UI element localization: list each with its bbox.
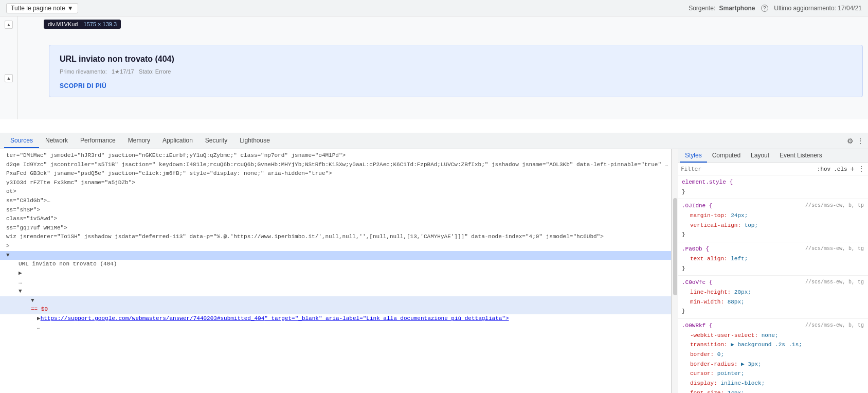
devtools-panel: Sources Network Performance Memory Appli…: [0, 133, 868, 393]
dom-line[interactable]: ▶…: [0, 269, 671, 287]
preview-left-bar: ▲ ▲: [0, 16, 18, 119]
more-icon[interactable]: ⋮: [857, 137, 864, 145]
dom-line[interactable]: ▼ == $0: [0, 296, 671, 314]
card-404-link[interactable]: SCOPRI DI PIÙ: [60, 82, 106, 90]
dom-line[interactable]: ter="DMtMwc" jsmodel="hJR3rd" jsaction="…: [0, 151, 671, 160]
style-prop[interactable]: font-size: 14px;: [682, 388, 864, 393]
dom-line[interactable]: ▼: [0, 287, 671, 296]
dom-line[interactable]: y3IO3d rFZTte Fx3kmc" jsname="a5jDZb">: [0, 178, 671, 188]
card-404-date: 1★17/17: [112, 68, 134, 75]
style-prop[interactable]: vertical-align: top;: [682, 221, 864, 230]
tab-event-listeners[interactable]: Event Listeners: [774, 149, 827, 163]
devtools-tab-actions: ⚙ ⋮: [847, 137, 864, 145]
style-prop[interactable]: transition: ▶ background .2s .1s;: [682, 340, 864, 350]
card-404: URL inviato non trovato (404) Primo rile…: [49, 45, 863, 97]
tab-styles[interactable]: Styles: [680, 149, 707, 163]
styles-rules-container: element.style {}.OJIdne {//scs/mss-ew, b…: [678, 175, 868, 393]
filter-plus[interactable]: +: [851, 165, 855, 173]
dom-line[interactable]: URL inviato non trovato (404): [0, 260, 671, 269]
style-prop[interactable]: min-width: 88px;: [682, 297, 864, 307]
style-rule: .O0WRkf {//scs/mss-ew, b, tg-webkit-user…: [678, 319, 868, 393]
dom-line[interactable]: wiz jsrenderer="To1SH" jsshadow jsdata="…: [0, 233, 671, 242]
tab-application[interactable]: Application: [156, 134, 199, 148]
tab-memory[interactable]: Memory: [122, 134, 156, 148]
top-bar-left: Tutte le pagine note ▼: [6, 3, 78, 13]
dom-line[interactable]: ot>: [0, 187, 671, 196]
settings-icon[interactable]: ⚙: [847, 137, 854, 145]
card-404-state: Stato: Errore: [139, 68, 171, 75]
chevron-down-icon: ▼: [67, 5, 74, 12]
pages-dropdown[interactable]: Tutte le pagine note ▼: [6, 3, 78, 13]
source-label: Sorgente:: [689, 5, 715, 12]
style-prop[interactable]: cursor: pointer;: [682, 369, 864, 379]
styles-filter-input[interactable]: [681, 166, 814, 172]
dom-line[interactable]: ss="C8ldGb">…: [0, 196, 671, 206]
dom-line[interactable]: ss="shSP">: [0, 206, 671, 215]
style-selector: .C0oVfc {: [682, 279, 712, 285]
help-icon[interactable]: ?: [761, 5, 768, 12]
style-source: //scs/mss-ew, b, tg: [805, 244, 864, 253]
devtools-tabs: Sources Network Performance Memory Appli…: [0, 133, 868, 149]
tab-network[interactable]: Network: [39, 134, 74, 148]
style-rule: .OJIdne {//scs/mss-ew, b, tpmargin-top: …: [678, 199, 868, 242]
tab-computed[interactable]: Computed: [707, 149, 746, 163]
styles-panel: Styles Computed Layout Event Listeners :…: [678, 149, 868, 393]
card-404-prefix: Primo rilevamento:: [60, 68, 107, 75]
style-prop[interactable]: text-align: left;: [682, 254, 864, 264]
styles-filter-bar: :hov .cls + ⋮: [678, 163, 868, 175]
style-source: //scs/mss-ew, b, tg: [805, 278, 864, 287]
dom-panel[interactable]: ter="DMtMwc" jsmodel="hJR3rd" jsaction="…: [0, 149, 672, 393]
dom-scrollbar[interactable]: [672, 149, 678, 393]
filter-more[interactable]: ⋮: [858, 165, 865, 173]
dropdown-label: Tutte le pagine note: [11, 5, 65, 12]
style-rule: .Pa0Ob {//scs/mss-ew, b, tgtext-align: l…: [678, 242, 868, 276]
dom-line[interactable]: ▶https://support.google.com/webmasters/a…: [0, 314, 671, 324]
dom-line[interactable]: …: [0, 323, 671, 332]
dom-line[interactable]: >: [0, 242, 671, 251]
style-prop[interactable]: border-radius: ▶ 3px;: [682, 360, 864, 369]
devtools-body: ter="DMtMwc" jsmodel="hJR3rd" jsaction="…: [0, 149, 868, 393]
tab-sources[interactable]: Sources: [4, 134, 39, 148]
dom-line[interactable]: ▼: [0, 251, 671, 260]
tab-security[interactable]: Security: [199, 134, 233, 148]
card-404-meta: Primo rilevamento: 1★17/17 Stato: Errore: [60, 68, 852, 75]
dom-line[interactable]: d2qe Id9Yzc" jscontroller="s5T1B" jsacti…: [0, 160, 671, 170]
style-selector: element.style {: [682, 179, 733, 185]
source-value: Smartphone: [719, 5, 755, 12]
style-rule: .C0oVfc {//scs/mss-ew, b, tgline-height:…: [678, 276, 868, 319]
collapse-section-1[interactable]: ▲: [5, 21, 13, 29]
tooltip-dimensions: 1575 × 139.3: [84, 21, 117, 27]
top-bar: Tutte le pagine note ▼ Sorgente: Smartph…: [0, 0, 868, 16]
style-prop[interactable]: line-height: 20px;: [682, 288, 864, 297]
dom-line[interactable]: ss="gqI7uf WR1Me">: [0, 224, 671, 233]
tab-lighthouse[interactable]: Lighthouse: [233, 134, 276, 148]
style-prop[interactable]: -webkit-user-select: none;: [682, 331, 864, 341]
collapse-section-2[interactable]: ▲: [5, 74, 13, 82]
style-selector: .OJIdne {: [682, 203, 712, 209]
style-brace: }: [682, 307, 864, 316]
style-rule: element.style {}: [678, 175, 868, 199]
style-brace: }: [682, 230, 864, 240]
style-prop[interactable]: display: inline-block;: [682, 379, 864, 388]
top-bar-right: Sorgente: Smartphone ? Ultimo aggiorname…: [689, 5, 862, 12]
style-selector: .Pa0Ob {: [682, 246, 709, 252]
tab-layout[interactable]: Layout: [746, 149, 774, 163]
card-404-title: URL inviato non trovato (404): [60, 55, 852, 64]
last-update: Ultimo aggiornamento: 17/04/21: [774, 5, 862, 12]
style-source: //scs/mss-ew, b, tg: [805, 321, 864, 330]
preview-area: ▲ ▲ URL inviato non trovato (404) Primo …: [0, 16, 868, 119]
dom-scrollbar-thumb: [673, 198, 677, 296]
tooltip-element: div.M1VKud: [48, 21, 78, 27]
dom-line[interactable]: class="iv5Awd">: [0, 215, 671, 224]
element-tooltip: div.M1VKud 1575 × 139.3: [44, 20, 121, 29]
style-source: //scs/mss-ew, b, tp: [805, 201, 864, 210]
style-brace: }: [682, 264, 864, 274]
filter-hov[interactable]: :hov: [817, 166, 830, 172]
filter-cls[interactable]: .cls: [834, 166, 847, 172]
styles-tabs: Styles Computed Layout Event Listeners: [678, 149, 868, 163]
style-selector: .O0WRkf {: [682, 323, 712, 329]
style-prop[interactable]: margin-top: 24px;: [682, 211, 864, 221]
style-prop[interactable]: border: 0;: [682, 350, 864, 360]
tab-performance[interactable]: Performance: [74, 134, 122, 148]
dom-line[interactable]: PxaFcd GB3ck" jsname="psdQ5e" jsaction="…: [0, 169, 671, 178]
